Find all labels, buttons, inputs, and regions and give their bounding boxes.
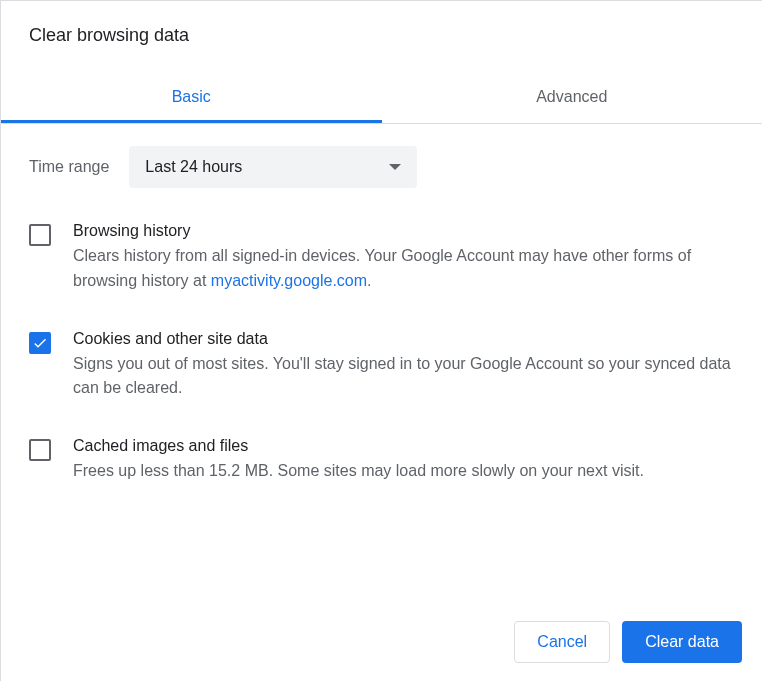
clear-browsing-data-dialog: Clear browsing data Basic Advanced Time … <box>0 0 762 681</box>
option-title: Cached images and files <box>73 437 734 455</box>
option-desc: Frees up less than 15.2 MB. Some sites m… <box>73 459 734 484</box>
option-cookies: Cookies and other site data Signs you ou… <box>29 330 734 402</box>
dialog-footer: Cancel Clear data <box>494 603 762 681</box>
option-desc: Clears history from all signed-in device… <box>73 244 734 294</box>
clear-data-button[interactable]: Clear data <box>622 621 742 663</box>
checkbox-cookies[interactable] <box>29 332 51 354</box>
myactivity-link[interactable]: myactivity.google.com <box>211 272 367 289</box>
chevron-down-icon <box>389 164 401 170</box>
timerange-dropdown[interactable]: Last 24 hours <box>129 146 417 188</box>
checkbox-browsing-history[interactable] <box>29 224 51 246</box>
option-title: Browsing history <box>73 222 734 240</box>
timerange-value: Last 24 hours <box>145 158 242 176</box>
option-text: Browsing history Clears history from all… <box>73 222 734 294</box>
cancel-button[interactable]: Cancel <box>514 621 610 663</box>
dialog-title: Clear browsing data <box>1 1 762 46</box>
checkbox-cache[interactable] <box>29 439 51 461</box>
content: Time range Last 24 hours Browsing histor… <box>1 124 762 484</box>
option-text: Cookies and other site data Signs you ou… <box>73 330 734 402</box>
option-cache: Cached images and files Frees up less th… <box>29 437 734 484</box>
tab-advanced[interactable]: Advanced <box>382 74 763 123</box>
option-text: Cached images and files Frees up less th… <box>73 437 734 484</box>
option-title: Cookies and other site data <box>73 330 734 348</box>
option-desc: Signs you out of most sites. You'll stay… <box>73 352 734 402</box>
timerange-row: Time range Last 24 hours <box>29 146 734 188</box>
timerange-label: Time range <box>29 158 109 176</box>
option-browsing-history: Browsing history Clears history from all… <box>29 222 734 294</box>
tab-basic[interactable]: Basic <box>1 74 382 123</box>
tabs: Basic Advanced <box>1 74 762 124</box>
